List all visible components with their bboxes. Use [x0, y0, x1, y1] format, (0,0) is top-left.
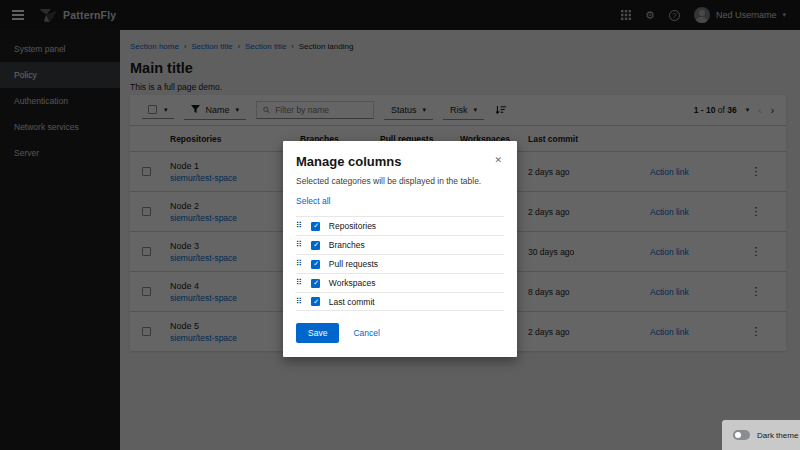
select-all-link[interactable]: Select all [296, 196, 331, 206]
column-checkbox[interactable] [311, 260, 320, 269]
column-checkbox[interactable] [311, 279, 320, 288]
column-checkbox[interactable] [311, 222, 320, 231]
modal-close-icon[interactable]: ✕ [492, 154, 504, 167]
dark-theme-card: Dark theme [722, 420, 800, 450]
column-list-item[interactable]: ⠿ Workspaces [296, 273, 504, 292]
column-label: Branches [329, 240, 365, 250]
manage-columns-modal: Manage columns ✕ Selected categories wil… [283, 141, 517, 357]
column-label: Pull requests [329, 259, 378, 269]
column-label: Last commit [329, 297, 375, 307]
drag-grip-icon[interactable]: ⠿ [296, 298, 302, 306]
drag-grip-icon[interactable]: ⠿ [296, 241, 302, 249]
column-label: Repositories [329, 221, 376, 231]
modal-title: Manage columns [296, 154, 401, 169]
column-list-item[interactable]: ⠿ Pull requests [296, 254, 504, 273]
column-list-item[interactable]: ⠿ Last commit [296, 292, 504, 311]
column-list: ⠿ Repositories ⠿ Branches ⠿ Pull request… [296, 216, 504, 311]
modal-description: Selected categories will be displayed in… [296, 176, 504, 186]
drag-grip-icon[interactable]: ⠿ [296, 279, 302, 287]
column-list-item[interactable]: ⠿ Repositories [296, 216, 504, 235]
dark-theme-label: Dark theme [757, 431, 798, 440]
column-checkbox[interactable] [311, 241, 320, 250]
cancel-button[interactable]: Cancel [353, 328, 379, 338]
dark-theme-toggle[interactable] [733, 430, 750, 440]
drag-grip-icon[interactable]: ⠿ [296, 260, 302, 268]
save-button[interactable]: Save [296, 323, 339, 343]
drag-grip-icon[interactable]: ⠿ [296, 222, 302, 230]
column-list-item[interactable]: ⠿ Branches [296, 235, 504, 254]
column-label: Workspaces [329, 278, 376, 288]
column-checkbox[interactable] [311, 297, 320, 306]
